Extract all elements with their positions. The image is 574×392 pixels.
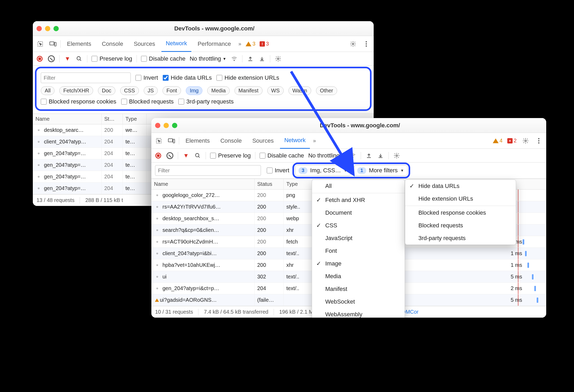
filter-input[interactable] bbox=[155, 165, 261, 176]
chip-manifest[interactable]: Manifest bbox=[234, 86, 263, 95]
tab-sources[interactable]: Sources bbox=[248, 133, 278, 149]
menu-item-3rd-party-requests[interactable]: 3rd-party requests bbox=[405, 232, 516, 245]
invert-checkbox[interactable]: Invert bbox=[267, 167, 289, 174]
menu-item-media[interactable]: Media bbox=[312, 270, 405, 283]
request-type-filter-button[interactable]: 3 Img, CSS… ▼ bbox=[295, 165, 351, 176]
chip-other[interactable]: Other bbox=[316, 86, 337, 95]
menu-item-css[interactable]: CSS bbox=[312, 219, 405, 232]
more-tabs-icon[interactable]: » bbox=[237, 41, 242, 47]
menu-item-font[interactable]: Font bbox=[312, 245, 405, 257]
download-har-icon[interactable] bbox=[258, 55, 266, 62]
inspect-icon[interactable] bbox=[153, 138, 164, 144]
menu-item-javascript[interactable]: JavaScript bbox=[312, 232, 405, 245]
chip-css[interactable]: CSS bbox=[120, 86, 139, 95]
minimize-icon[interactable] bbox=[45, 26, 50, 31]
chip-wasm[interactable]: Wasm bbox=[288, 86, 311, 95]
col-type[interactable]: Type bbox=[284, 179, 313, 189]
blocked-response-cookies-checkbox[interactable]: Blocked response cookies bbox=[41, 98, 116, 105]
blocked-requests-checkbox[interactable]: Blocked requests bbox=[121, 98, 174, 105]
network-conditions-icon[interactable] bbox=[230, 55, 238, 62]
settings-icon[interactable] bbox=[348, 41, 358, 47]
errors-badge[interactable]: ×2 bbox=[506, 138, 518, 144]
col-status[interactable]: Status bbox=[255, 179, 284, 189]
filter-icon[interactable]: ▼ bbox=[182, 152, 190, 159]
upload-har-icon[interactable] bbox=[247, 55, 254, 62]
warnings-badge[interactable]: 4 bbox=[492, 138, 504, 144]
invert-checkbox[interactable]: Invert bbox=[135, 74, 158, 81]
throttling-select[interactable]: No throttling▼ bbox=[308, 152, 345, 159]
record-button[interactable] bbox=[36, 55, 43, 62]
hide-data-urls-checkbox[interactable]: Hide data URLs bbox=[163, 74, 212, 81]
preserve-log-checkbox[interactable]: Preserve log bbox=[92, 55, 132, 62]
chip-font[interactable]: Font bbox=[162, 86, 181, 95]
settings-icon[interactable] bbox=[520, 138, 531, 144]
menu-item-websocket[interactable]: WebSocket bbox=[312, 295, 405, 308]
titlebar[interactable]: DevTools - www.google.com/ bbox=[33, 21, 374, 36]
throttling-select[interactable]: No throttling▼ bbox=[190, 55, 226, 62]
warnings-badge[interactable]: 3 bbox=[245, 41, 256, 47]
menu-item-image[interactable]: Image bbox=[312, 257, 405, 270]
kebab-menu-icon[interactable] bbox=[361, 41, 372, 47]
network-settings-icon[interactable] bbox=[274, 55, 282, 62]
tab-sources[interactable]: Sources bbox=[129, 36, 159, 52]
chip-fetch-xhr[interactable]: Fetch/XHR bbox=[59, 86, 93, 95]
third-party-requests-checkbox[interactable]: 3rd-party requests bbox=[178, 98, 234, 105]
device-toolbar-icon[interactable] bbox=[166, 138, 177, 144]
tab-performance[interactable]: Performance bbox=[193, 36, 235, 52]
col-status[interactable]: St… bbox=[102, 114, 123, 124]
filter-icon[interactable]: ▼ bbox=[64, 55, 71, 62]
search-icon[interactable] bbox=[194, 152, 201, 159]
menu-item-document[interactable]: Document bbox=[312, 206, 405, 219]
errors-badge[interactable]: !3 bbox=[259, 41, 270, 47]
menu-item-webassembly[interactable]: WebAssembly bbox=[312, 308, 405, 318]
device-toolbar-icon[interactable] bbox=[48, 41, 58, 47]
download-har-icon[interactable] bbox=[377, 152, 384, 159]
record-button[interactable] bbox=[155, 152, 162, 159]
more-filters-button[interactable]: 1 More filters ▼ bbox=[354, 165, 408, 176]
disable-cache-checkbox[interactable]: Disable cache bbox=[141, 55, 186, 62]
tab-console[interactable]: Console bbox=[216, 133, 246, 149]
close-icon[interactable] bbox=[155, 123, 160, 128]
col-name[interactable]: Name bbox=[151, 179, 255, 189]
tab-elements[interactable]: Elements bbox=[63, 36, 96, 52]
tab-console[interactable]: Console bbox=[98, 36, 128, 52]
inspect-icon[interactable] bbox=[35, 41, 46, 47]
network-conditions-icon[interactable] bbox=[349, 152, 356, 159]
menu-item-blocked-requests[interactable]: Blocked requests bbox=[405, 219, 516, 232]
close-icon[interactable] bbox=[37, 26, 42, 31]
kebab-menu-icon[interactable] bbox=[534, 138, 544, 144]
minimize-icon[interactable] bbox=[164, 123, 169, 128]
filter-input[interactable] bbox=[41, 73, 131, 83]
clear-button[interactable] bbox=[48, 55, 55, 62]
chip-ws[interactable]: WS bbox=[267, 86, 284, 95]
tab-network[interactable]: Network bbox=[280, 133, 310, 149]
menu-item-all[interactable]: All bbox=[312, 180, 405, 192]
menu-item-hide-extension-urls[interactable]: Hide extension URLs bbox=[405, 192, 516, 205]
cell-name: gen_204?atyp=… bbox=[44, 185, 86, 191]
menu-item-hide-data-urls[interactable]: Hide data URLs bbox=[405, 180, 516, 192]
chip-media[interactable]: Media bbox=[207, 86, 229, 95]
preserve-log-checkbox[interactable]: Preserve log bbox=[210, 152, 251, 159]
menu-item-fetch-and-xhr[interactable]: Fetch and XHR bbox=[312, 194, 405, 206]
chip-doc[interactable]: Doc bbox=[98, 86, 115, 95]
col-type[interactable]: Type bbox=[123, 114, 147, 124]
menu-item-blocked-response-cookies[interactable]: Blocked response cookies bbox=[405, 206, 516, 219]
chip-img[interactable]: Img bbox=[186, 86, 202, 95]
menu-item-manifest[interactable]: Manifest bbox=[312, 283, 405, 295]
titlebar[interactable]: DevTools - www.google.com/ bbox=[151, 118, 546, 133]
disable-cache-checkbox[interactable]: Disable cache bbox=[260, 152, 304, 159]
more-tabs-icon[interactable]: » bbox=[312, 138, 317, 144]
chip-js[interactable]: JS bbox=[144, 86, 158, 95]
svg-rect-12 bbox=[173, 139, 175, 143]
hide-extension-urls-checkbox[interactable]: Hide extension URLs bbox=[216, 74, 279, 81]
search-icon[interactable] bbox=[75, 55, 83, 62]
clear-button[interactable] bbox=[166, 152, 174, 159]
tab-elements[interactable]: Elements bbox=[181, 133, 214, 149]
maximize-icon[interactable] bbox=[172, 123, 177, 128]
chip-all[interactable]: All bbox=[41, 86, 55, 95]
col-name[interactable]: Name bbox=[33, 114, 102, 124]
upload-har-icon[interactable] bbox=[365, 152, 373, 159]
tab-network[interactable]: Network bbox=[161, 36, 191, 52]
maximize-icon[interactable] bbox=[53, 26, 59, 31]
network-settings-icon[interactable] bbox=[393, 152, 400, 159]
